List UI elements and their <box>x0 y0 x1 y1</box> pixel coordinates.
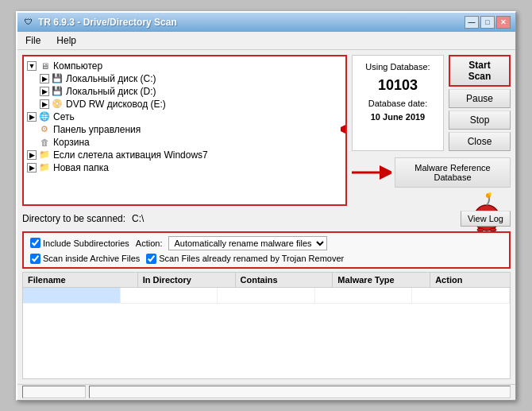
col-contains: Contains <box>236 273 333 287</box>
tree-label-drive-d: Локальный диск (D:) <box>66 86 156 97</box>
tree-label-win7: Если слетела активация Windows7 <box>53 149 208 161</box>
win7-folder-icon: 📁 <box>38 149 51 161</box>
menu-help[interactable]: Help <box>52 33 81 48</box>
close-window-button[interactable]: ✕ <box>496 16 511 29</box>
col-in-directory: In Directory <box>138 273 236 287</box>
expand-dvd[interactable]: ▶ <box>40 99 49 109</box>
drive-c-icon: 💾 <box>51 73 64 84</box>
dvd-icon: 📀 <box>51 99 64 110</box>
view-log-button[interactable]: View Log <box>461 211 511 227</box>
include-subdirectories-option[interactable]: Include Subdirectories <box>30 238 129 248</box>
options-box: Include Subdirectories Action: Automatic… <box>22 231 511 269</box>
scan-renamed-label: Scan Files already renamed by Trojan Rem… <box>159 254 344 263</box>
scan-renamed-option[interactable]: Scan Files already renamed by Trojan Rem… <box>146 254 344 264</box>
recycle-icon: 🗑 <box>38 137 51 148</box>
tree-label-recycle: Корзина <box>53 137 90 148</box>
expand-drive-d[interactable]: ▶ <box>40 87 49 96</box>
tree-item-network[interactable]: ▶ 🌐 Сеть <box>27 111 342 123</box>
action-label: Action: <box>136 238 163 248</box>
expand-win7[interactable]: ▶ <box>27 150 37 160</box>
right-arrow-indicator <box>352 165 391 180</box>
col-filename: Filename <box>23 273 138 287</box>
svg-point-5 <box>488 192 492 196</box>
database-date: 10 June 2019 <box>357 111 438 125</box>
malware-db-button[interactable]: Malware Reference Database <box>395 157 511 188</box>
td-malware-type <box>315 288 413 303</box>
tree-item-control-panel[interactable]: ⚙ Панель управления <box>27 123 342 136</box>
main-window: 🛡 TR 6.9.3 - Drive/Directory Scan — □ ✕ … <box>16 11 516 401</box>
scan-renamed-checkbox[interactable] <box>146 254 156 264</box>
status-bar <box>17 384 515 400</box>
expand-network[interactable]: ▶ <box>27 112 37 122</box>
drive-d-icon: 💾 <box>51 86 64 97</box>
database-number: 10103 <box>357 74 438 97</box>
tree-label-new-folder: Новая папка <box>53 162 109 173</box>
pause-button[interactable]: Pause <box>449 89 511 108</box>
tree-label-control-panel: Панель управления <box>53 124 141 135</box>
tree-label-dvd: DVD RW дисковод (E:) <box>66 99 166 110</box>
title-bar: 🛡 TR 6.9.3 - Drive/Directory Scan — □ ✕ <box>17 13 515 32</box>
app-icon: 🛡 <box>22 16 35 29</box>
left-arrow-indicator <box>341 121 347 137</box>
options-row-1: Include Subdirectories Action: Automatic… <box>30 236 503 250</box>
tree-label-computer: Компьютер <box>53 60 102 72</box>
directory-label: Directory to be scanned: <box>22 213 125 224</box>
stop-button[interactable]: Stop <box>449 111 511 130</box>
menu-bar: File Help <box>17 32 515 50</box>
control-panel-icon: ⚙ <box>38 124 51 135</box>
action-buttons: Start Scan Pause Stop Close <box>449 55 511 151</box>
tree-item-recycle[interactable]: 🗑 Корзина <box>27 136 342 149</box>
td-filename <box>23 288 121 303</box>
top-section: ▼ 🖥 Компьютер ▶ 💾 Локальный диск (C:) ▶ … <box>22 55 511 206</box>
tree-item-drive-d[interactable]: ▶ 💾 Локальный диск (D:) <box>27 85 342 98</box>
start-scan-button[interactable]: Start Scan <box>449 55 511 87</box>
right-panel: Using Database: 10103 Database date: 10 … <box>352 55 511 206</box>
action-select[interactable]: Automatically rename malware files <box>168 236 327 250</box>
expand-drive-c[interactable]: ▶ <box>40 74 49 83</box>
database-date-label: Database date: <box>357 97 438 111</box>
tree-item-new-folder[interactable]: ▶ 📁 Новая папка <box>27 161 342 174</box>
results-table: Filename In Directory Contains Malware T… <box>22 272 511 379</box>
new-folder-icon: 📁 <box>38 162 51 173</box>
minimize-button[interactable]: — <box>465 16 479 29</box>
scan-archive-checkbox[interactable] <box>30 254 40 264</box>
status-segment-2 <box>89 386 511 398</box>
include-subdirectories-label: Include Subdirectories <box>43 238 129 248</box>
tree-label-network: Сеть <box>53 111 75 122</box>
maximize-button[interactable]: □ <box>480 16 495 29</box>
tree-item-drive-c[interactable]: ▶ 💾 Локальный диск (C:) <box>27 72 342 85</box>
info-section: Using Database: 10103 Database date: 10 … <box>352 55 511 151</box>
expand-computer[interactable]: ▼ <box>27 61 37 71</box>
table-row <box>23 288 510 304</box>
directory-value: C:\ <box>132 213 144 224</box>
table-header: Filename In Directory Contains Malware T… <box>23 273 510 288</box>
close-button[interactable]: Close <box>449 132 511 151</box>
menu-file[interactable]: File <box>21 33 45 48</box>
tree-item-win7[interactable]: ▶ 📁 Если слетела активация Windows7 <box>27 149 342 161</box>
td-action <box>412 288 510 303</box>
file-tree-panel: ▼ 🖥 Компьютер ▶ 💾 Локальный диск (C:) ▶ … <box>22 55 347 206</box>
main-content: ▼ 🖥 Компьютер ▶ 💾 Локальный диск (C:) ▶ … <box>17 50 515 384</box>
window-controls: — □ ✕ <box>465 16 511 29</box>
include-subdirectories-checkbox[interactable] <box>30 238 40 248</box>
tree-label-drive-c: Локальный диск (C:) <box>66 73 156 84</box>
status-segment-1 <box>22 386 86 398</box>
tree-item-computer[interactable]: ▼ 🖥 Компьютер <box>27 60 342 72</box>
scan-archive-label: Scan inside Archive Files <box>43 254 140 263</box>
tree-item-dvd[interactable]: ▶ 📀 DVD RW дисковод (E:) <box>27 98 342 111</box>
col-malware-type: Malware Type <box>333 273 430 287</box>
network-icon: 🌐 <box>38 111 51 122</box>
col-action: Action <box>430 273 510 287</box>
computer-icon: 🖥 <box>38 60 51 72</box>
directory-row: Directory to be scanned: C:\ View Log <box>22 209 511 228</box>
expand-new-folder[interactable]: ▶ <box>27 163 37 173</box>
file-tree[interactable]: ▼ 🖥 Компьютер ▶ 💾 Локальный диск (C:) ▶ … <box>24 56 345 204</box>
options-row-2: Scan inside Archive Files Scan Files alr… <box>30 254 503 264</box>
table-body <box>23 288 510 378</box>
td-in-dir <box>121 288 218 303</box>
database-info-box: Using Database: 10103 Database date: 10 … <box>352 55 444 151</box>
scan-archive-option[interactable]: Scan inside Archive Files <box>30 254 140 264</box>
window-title: TR 6.9.3 - Drive/Directory Scan <box>38 17 465 28</box>
td-contains <box>218 288 315 303</box>
using-database-label: Using Database: <box>357 60 438 75</box>
